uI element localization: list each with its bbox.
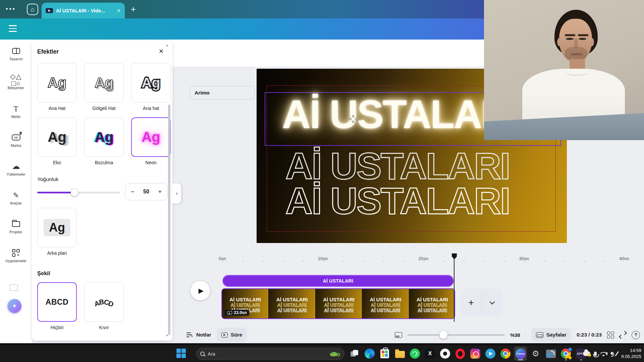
- grid-view-icon[interactable]: [607, 331, 614, 339]
- browser-tab[interactable]: ▶ Aİ USTALARI - Vide... ✕: [42, 3, 125, 18]
- chatgpt-icon: [440, 349, 450, 359]
- sidebar-item-projects[interactable]: Projeler: [0, 213, 32, 241]
- slider-handle[interactable]: [71, 189, 78, 196]
- start-button[interactable]: [176, 349, 186, 358]
- effect-tile-ana-hat[interactable]: Ag Ana Hat: [36, 63, 78, 111]
- video-clip-track[interactable]: Aİ USTALARIAİ USTALARIAİ USTALARI Aİ UST…: [221, 288, 455, 319]
- shape-tile-none[interactable]: ABCD Hiçbiri: [36, 282, 78, 330]
- crown-icon: ♛: [19, 131, 22, 135]
- effect-tile-ana-hat-2[interactable]: Ag Ana hat: [130, 63, 172, 111]
- elements-icon: ◇△□○: [10, 76, 21, 84]
- tray-expand-icon[interactable]: ∧: [576, 351, 579, 356]
- duration-button[interactable]: ▶ Süre: [217, 328, 247, 342]
- taskbar-settings[interactable]: ⚙: [529, 347, 542, 361]
- clip-thumbnail: Aİ USTALARIAİ USTALARIAİ USTALARI: [362, 289, 409, 318]
- sidebar-item-text[interactable]: T Marka Metin: [0, 97, 32, 126]
- video-camera-icon: ▶: [46, 8, 53, 13]
- pen-icon[interactable]: [615, 351, 619, 356]
- taskbar-chrome[interactable]: [499, 347, 512, 361]
- notes-button[interactable]: ✎ Notlar: [186, 332, 211, 338]
- taskbar-canva-active[interactable]: Canva: [514, 347, 527, 361]
- effect-tile-golgeli-hat[interactable]: Ag Gölgeli Hat: [83, 63, 125, 111]
- taskbar-opera[interactable]: [454, 347, 467, 361]
- taskbar-x-app[interactable]: X: [424, 347, 436, 361]
- gear-icon: ⚙: [532, 349, 539, 358]
- instagram-icon: [470, 349, 480, 359]
- intensity-slider[interactable]: [37, 189, 120, 196]
- taskbar-instagram[interactable]: [469, 347, 482, 361]
- canvas-text-neon[interactable]: Aİ USTALARI: [282, 92, 519, 137]
- effect-tile-arka-plan[interactable]: Ag Arka plan: [36, 208, 78, 256]
- speaker-icon[interactable]: [610, 352, 613, 355]
- intensity-increase[interactable]: +: [158, 188, 162, 195]
- play-button[interactable]: ▶: [191, 281, 210, 300]
- canvas-text-outline-2[interactable]: Aİ USTALARI: [285, 179, 509, 223]
- panel-scroll-up-icon[interactable]: ▲: [166, 44, 169, 47]
- webcam-overlay: [484, 0, 644, 140]
- text-icon: T: [13, 105, 18, 113]
- panel-collapse-button[interactable]: ‹: [172, 183, 181, 203]
- taskbar-task-view[interactable]: [348, 347, 361, 361]
- playback-time: 0:23 / 0:23: [577, 332, 602, 338]
- effect-tile-bozulma[interactable]: Ag Bozulma: [83, 117, 125, 165]
- browser-menu-icon[interactable]: [6, 8, 14, 10]
- sidebar-item-brand[interactable]: co♛ Marka: [0, 126, 32, 155]
- taskbar-chatgpt[interactable]: [439, 347, 451, 361]
- tab-close-icon[interactable]: ✕: [117, 8, 121, 13]
- timeline-ruler[interactable]: [222, 261, 625, 262]
- taskbar-whatsapp[interactable]: [409, 347, 421, 361]
- taskbar-clock[interactable]: 14:59 9.05.2025: [621, 348, 641, 359]
- intensity-value[interactable]: 50: [143, 189, 149, 195]
- home-button[interactable]: ⌂: [27, 4, 38, 15]
- effect-tile-neon[interactable]: Ag Neon: [130, 117, 172, 165]
- sidebar-item-design[interactable]: Tasarım: [0, 40, 32, 68]
- taskbar-edge[interactable]: [363, 347, 376, 361]
- text-track[interactable]: Aİ USTALARI: [222, 275, 454, 287]
- sidebar-item-tools[interactable]: ✎ Araçlar: [0, 184, 32, 213]
- fullscreen-icon[interactable]: [620, 331, 626, 338]
- chevron-down-icon: [489, 299, 495, 304]
- taskbar-chrome-profile[interactable]: n: [559, 347, 572, 361]
- add-page-button: +: [461, 289, 502, 317]
- pages-button[interactable]: Sayfalar: [531, 328, 571, 342]
- taskbar-explorer[interactable]: [393, 347, 406, 361]
- add-page-plus[interactable]: +: [461, 289, 482, 317]
- effect-tile-eko[interactable]: Ag Eko: [36, 117, 78, 165]
- ruler-tick-20: 20sn: [418, 256, 428, 261]
- move-handle-icon[interactable]: [349, 115, 357, 123]
- intensity-decrease[interactable]: −: [131, 188, 135, 195]
- shape-tile-curve[interactable]: ABCD Kıvır: [83, 282, 125, 330]
- sidebar-item-elements[interactable]: ◇△□○ Bileşenler: [0, 68, 32, 97]
- effects-panel: Efektler ✕ Ag Ana Hat Ag Gölgeli Hat Ag …: [32, 41, 172, 341]
- font-family-select[interactable]: Arimo: [190, 86, 255, 100]
- hamburger-menu-icon[interactable]: [9, 25, 17, 32]
- add-page-dropdown[interactable]: [482, 289, 503, 317]
- sidebar-item-uploads[interactable]: ☁ Yüklemeler: [0, 155, 32, 184]
- panel-scrollbar[interactable]: [168, 105, 170, 335]
- taskbar-telegram[interactable]: [484, 347, 497, 361]
- panel-close-icon[interactable]: ✕: [159, 48, 164, 55]
- x-app-icon: X: [425, 349, 435, 359]
- ai-assistant-button[interactable]: ✦: [7, 299, 21, 313]
- task-view-icon: [351, 350, 359, 357]
- folder-icon: [395, 351, 405, 358]
- taskbar-search[interactable]: Ara: [196, 348, 344, 360]
- taskbar-store[interactable]: [378, 347, 391, 361]
- font-family-value: Arimo: [195, 90, 210, 96]
- wifi-icon[interactable]: [600, 352, 606, 356]
- clip-duration-badge: ▶ 23.0sn: [225, 310, 249, 316]
- ruler-tick-40: 40sn: [619, 256, 629, 261]
- zoom-percent[interactable]: %38: [510, 332, 520, 338]
- help-button[interactable]: ?: [632, 331, 640, 339]
- new-tab-button[interactable]: +: [131, 4, 136, 14]
- divider: [526, 330, 526, 339]
- sidebar-item-apps[interactable]: + Uygulamalar: [0, 241, 32, 270]
- zoom-slider[interactable]: [408, 331, 505, 339]
- zoom-slider-handle[interactable]: [439, 331, 447, 339]
- onedrive-icon[interactable]: [583, 351, 590, 356]
- fit-screen-icon[interactable]: [395, 332, 402, 338]
- store-icon: [380, 349, 389, 358]
- microphone-icon[interactable]: [594, 352, 597, 356]
- whatsapp-icon: [410, 349, 420, 359]
- taskbar-cast[interactable]: [544, 347, 557, 361]
